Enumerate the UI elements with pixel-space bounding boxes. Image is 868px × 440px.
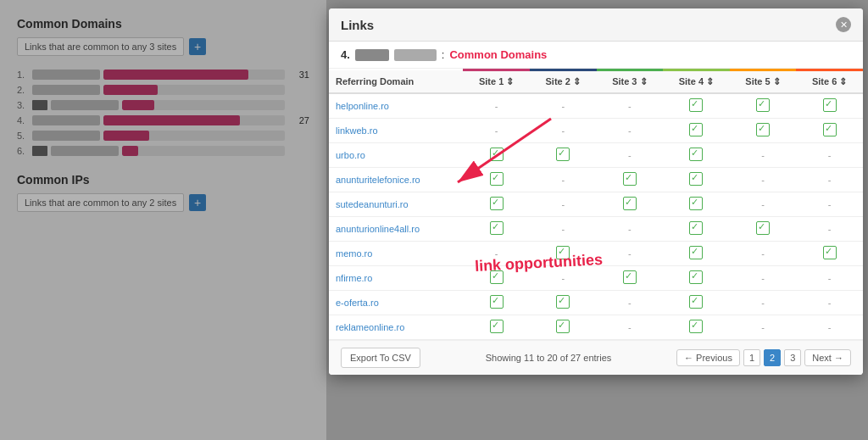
table-row: anunturionline4all.ro - - - bbox=[329, 217, 863, 242]
links-table: Referring Domain Site 1 ⇕ Site 2 ⇕ Site … bbox=[329, 69, 863, 340]
dash-cell: - bbox=[530, 266, 597, 291]
domain-link[interactable]: anunturitelefonice.ro bbox=[336, 175, 420, 185]
col-site6: Site 6 ⇕ bbox=[796, 70, 863, 94]
col-site4: Site 4 ⇕ bbox=[663, 70, 730, 94]
dash-cell: - bbox=[530, 192, 597, 217]
check-cell bbox=[730, 217, 797, 242]
domain-link[interactable]: nfirme.ro bbox=[336, 273, 372, 283]
domain-link[interactable]: helponline.ro bbox=[336, 101, 389, 111]
checkmark-icon bbox=[689, 123, 703, 136]
dash-cell: - bbox=[730, 291, 797, 315]
check-cell bbox=[663, 217, 730, 242]
check-cell bbox=[530, 291, 597, 315]
table-body: helponline.ro - - - linkweb.ro - - - urb… bbox=[329, 93, 863, 340]
table-row: nfirme.ro - - - bbox=[329, 266, 863, 291]
domain-link[interactable]: reklameonline.ro bbox=[336, 322, 404, 332]
check-cell bbox=[530, 315, 597, 340]
domain-link[interactable]: sutedeanunturi.ro bbox=[336, 199, 409, 209]
dash-cell: - bbox=[463, 119, 530, 143]
table-row: helponline.ro - - - bbox=[329, 93, 863, 119]
subtitle-label: Common Domains bbox=[449, 48, 547, 61]
pagination-controls[interactable]: ← Previous 1 2 3 Next → bbox=[676, 349, 851, 366]
table-row: reklameonline.ro - - - bbox=[329, 315, 863, 340]
table-row: urbo.ro - - - bbox=[329, 143, 863, 168]
dash-cell: - bbox=[530, 93, 597, 119]
table-header: Referring Domain Site 1 ⇕ Site 2 ⇕ Site … bbox=[329, 70, 863, 94]
check-cell bbox=[730, 93, 797, 119]
dash-cell: - bbox=[796, 291, 863, 315]
previous-button[interactable]: ← Previous bbox=[676, 349, 740, 366]
check-cell bbox=[663, 119, 730, 143]
checkmark-icon bbox=[490, 270, 504, 284]
table-container: Referring Domain Site 1 ⇕ Site 2 ⇕ Site … bbox=[329, 69, 863, 340]
dash-cell: - bbox=[796, 192, 863, 217]
page-3[interactable]: 3 bbox=[784, 349, 801, 366]
links-modal: Links ✕ 4. : Common Domains Referring Do… bbox=[329, 8, 863, 375]
check-cell bbox=[663, 143, 730, 168]
modal-header: Links ✕ bbox=[329, 8, 863, 42]
domain-cell[interactable]: anunturionline4all.ro bbox=[329, 217, 463, 242]
checkmark-icon bbox=[689, 295, 703, 309]
check-cell bbox=[663, 266, 730, 291]
domain-cell[interactable]: urbo.ro bbox=[329, 143, 463, 168]
domain-cell[interactable]: memo.ro bbox=[329, 242, 463, 266]
dash-cell: - bbox=[463, 93, 530, 119]
check-cell bbox=[597, 192, 664, 217]
checkmark-icon bbox=[756, 221, 770, 235]
modal-footer: Export To CSV Showing 11 to 20 of 27 ent… bbox=[329, 340, 863, 375]
dash-cell: - bbox=[463, 242, 530, 266]
export-csv-button[interactable]: Export To CSV bbox=[341, 348, 420, 368]
checkmark-icon bbox=[756, 98, 770, 112]
checkmark-icon bbox=[623, 270, 637, 284]
dash-cell: - bbox=[597, 93, 664, 119]
dash-cell: - bbox=[730, 168, 797, 192]
check-cell bbox=[597, 168, 664, 192]
checkmark-icon bbox=[823, 246, 837, 259]
checkmark-icon bbox=[689, 270, 703, 284]
domain-cell[interactable]: helponline.ro bbox=[329, 93, 463, 119]
checkmark-icon bbox=[490, 148, 504, 161]
checkmark-icon bbox=[490, 172, 504, 186]
checkmark-icon bbox=[556, 246, 570, 259]
col-referring-domain: Referring Domain bbox=[329, 70, 463, 94]
domain-link[interactable]: urbo.ro bbox=[336, 150, 365, 160]
checkmark-icon bbox=[689, 320, 703, 333]
domain-cell[interactable]: anunturitelefonice.ro bbox=[329, 168, 463, 192]
check-cell bbox=[463, 168, 530, 192]
modal-title: Links bbox=[341, 18, 374, 32]
close-button[interactable]: ✕ bbox=[836, 17, 851, 32]
checkmark-icon bbox=[756, 123, 770, 136]
dash-cell: - bbox=[796, 143, 863, 168]
dash-cell: - bbox=[530, 168, 597, 192]
dash-cell: - bbox=[796, 315, 863, 340]
check-cell bbox=[663, 315, 730, 340]
dash-cell: - bbox=[796, 168, 863, 192]
checkmark-icon bbox=[689, 197, 703, 210]
checkmark-icon bbox=[490, 295, 504, 309]
check-cell bbox=[597, 266, 664, 291]
checkmark-icon bbox=[689, 148, 703, 161]
dash-cell: - bbox=[597, 242, 664, 266]
dash-cell: - bbox=[730, 192, 797, 217]
page-1[interactable]: 1 bbox=[743, 349, 760, 366]
dash-cell: - bbox=[730, 242, 797, 266]
domain-cell[interactable]: nfirme.ro bbox=[329, 266, 463, 291]
col-site5: Site 5 ⇕ bbox=[730, 70, 797, 94]
next-button[interactable]: Next → bbox=[804, 349, 851, 366]
domain-cell[interactable]: reklameonline.ro bbox=[329, 315, 463, 340]
checkmark-icon bbox=[823, 98, 837, 112]
page-2[interactable]: 2 bbox=[764, 349, 781, 366]
domain-cell[interactable]: e-oferta.ro bbox=[329, 291, 463, 315]
check-cell bbox=[796, 119, 863, 143]
table-row: anunturitelefonice.ro - - - bbox=[329, 168, 863, 192]
domain-cell[interactable]: linkweb.ro bbox=[329, 119, 463, 143]
domain-link[interactable]: linkweb.ro bbox=[336, 125, 378, 136]
checkmark-icon bbox=[689, 246, 703, 259]
domain-link[interactable]: e-oferta.ro bbox=[336, 298, 379, 308]
domain-cell[interactable]: sutedeanunturi.ro bbox=[329, 192, 463, 217]
checkmark-icon bbox=[689, 221, 703, 235]
domain-link[interactable]: memo.ro bbox=[336, 248, 372, 259]
dash-cell: - bbox=[597, 143, 664, 168]
domain-link[interactable]: anunturionline4all.ro bbox=[336, 224, 420, 234]
check-cell bbox=[463, 315, 530, 340]
